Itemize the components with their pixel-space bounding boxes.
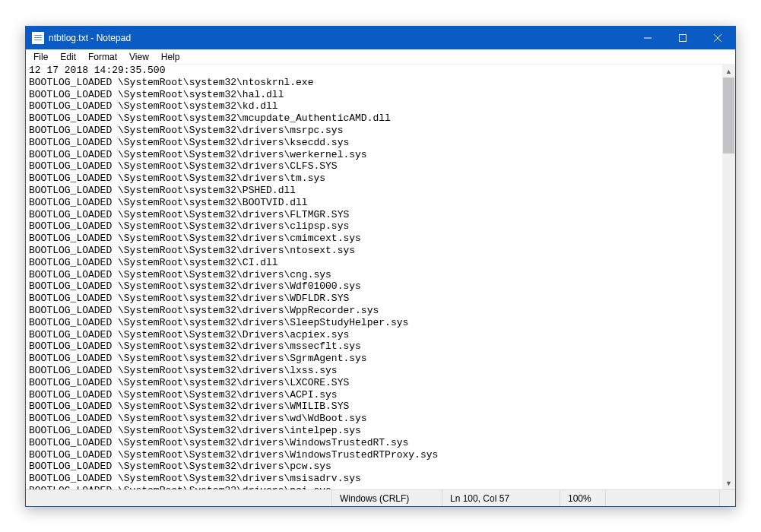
menu-help[interactable]: Help: [155, 51, 186, 63]
maximize-icon: [679, 34, 686, 42]
minimize-button[interactable]: [630, 27, 665, 49]
statusbar: Windows (CRLF) Ln 100, Col 57 100%: [26, 489, 735, 506]
status-position: Ln 100, Col 57: [442, 490, 560, 506]
titlebar[interactable]: ntbtlog.txt - Notepad: [26, 27, 735, 49]
status-encoding: [605, 490, 719, 506]
notepad-window: ntbtlog.txt - Notepad File Edit Format V…: [25, 26, 736, 507]
menu-file[interactable]: File: [27, 51, 54, 63]
text-content[interactable]: 12 17 2018 14:29:35.500 BOOTLOG_LOADED \…: [26, 65, 735, 489]
maximize-button[interactable]: [665, 27, 700, 49]
editor-area: 12 17 2018 14:29:35.500 BOOTLOG_LOADED \…: [26, 65, 735, 489]
minimize-icon: [644, 34, 652, 42]
close-icon: [714, 34, 721, 42]
notepad-icon: [32, 32, 44, 44]
menu-view[interactable]: View: [123, 51, 155, 63]
window-controls: [630, 27, 735, 49]
menu-edit[interactable]: Edit: [54, 51, 82, 63]
window-title: ntbtlog.txt - Notepad: [49, 33, 131, 43]
vertical-scrollbar[interactable]: ▲ ▼: [722, 65, 735, 489]
status-spacer: [26, 490, 331, 506]
close-button[interactable]: [700, 27, 735, 49]
scroll-down-arrow-icon[interactable]: ▼: [722, 477, 735, 489]
menu-format[interactable]: Format: [82, 51, 123, 63]
svg-rect-1: [680, 35, 686, 42]
menubar: File Edit Format View Help: [26, 49, 735, 65]
status-zoom: 100%: [560, 490, 605, 506]
scroll-up-arrow-icon[interactable]: ▲: [722, 65, 735, 78]
resize-grip[interactable]: [719, 490, 735, 506]
scroll-thumb[interactable]: [723, 78, 734, 154]
status-lineending: Windows (CRLF): [331, 490, 442, 506]
